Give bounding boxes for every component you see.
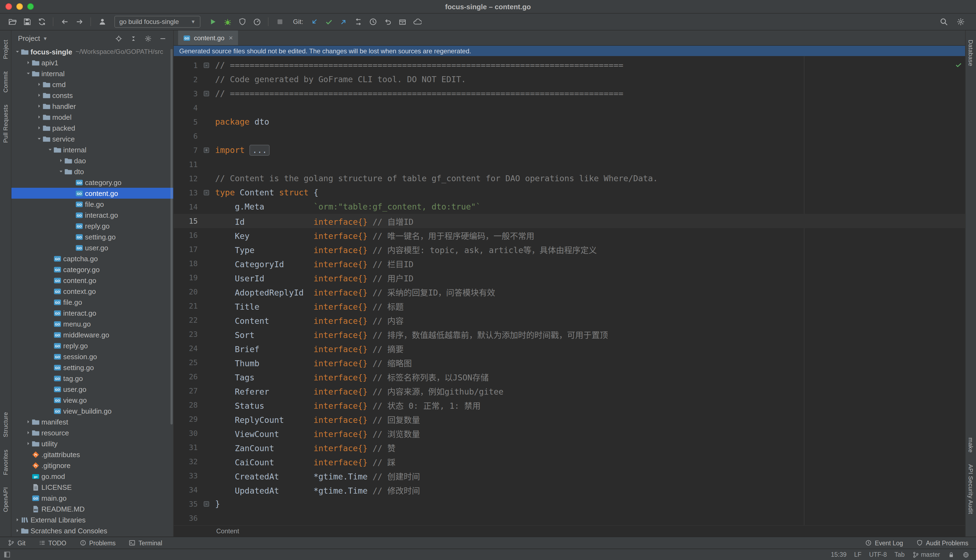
code-line-29[interactable]: 29 ReplyCount interface{} // 回复数量 — [174, 412, 965, 426]
tree-item-file-go[interactable]: GOfile.go — [12, 297, 173, 307]
tree-item-model[interactable]: model — [12, 112, 173, 122]
tool-window-button-openapi[interactable]: OpenAPI — [2, 481, 9, 518]
commit-icon[interactable] — [322, 15, 336, 28]
breadcrumb-item-content[interactable]: Content — [216, 527, 239, 535]
code-line-2[interactable]: 2// Code generated by GoFrame CLI tool. … — [174, 72, 965, 87]
tool-window-button-make[interactable]: make — [968, 431, 974, 458]
tree-item-user-go[interactable]: GOuser.go — [12, 242, 173, 253]
tree-item-focus-single[interactable]: focus-single~/Workspace/Go/GOPATH/src — [12, 46, 173, 57]
back-icon[interactable] — [58, 15, 71, 28]
tree-item-apiv1[interactable]: apiv1 — [12, 57, 173, 68]
globe-icon[interactable] — [963, 551, 969, 558]
code-editor[interactable]: 1-// ===================================… — [174, 56, 965, 525]
shelve-icon[interactable] — [396, 15, 409, 28]
tree-item-view-buildin-go[interactable]: GOview_buildin.go — [12, 405, 173, 416]
tree-item-scratches-and-consoles[interactable]: Scratches and Consoles — [12, 525, 173, 536]
tree-item-reply-go[interactable]: GOreply.go — [12, 340, 173, 351]
forward-icon[interactable] — [72, 15, 86, 28]
code-line-18[interactable]: 18 CategoryId interface{} // 栏目ID — [174, 256, 965, 270]
code-line-32[interactable]: 32 CaiCount interface{} // 踩 — [174, 454, 965, 468]
tree-item-file-go[interactable]: GOfile.go — [12, 198, 173, 210]
project-scrollbar[interactable] — [170, 49, 173, 425]
tool-window-button-commit[interactable]: Commit — [2, 65, 9, 98]
tree-item-utility[interactable]: utility — [12, 438, 173, 449]
collapse-all-icon[interactable] — [129, 33, 138, 43]
tree-item-gitattributes[interactable]: .gitattributes — [12, 449, 173, 460]
toolwindow-switcher-icon[interactable] — [3, 551, 11, 558]
search-icon[interactable] — [937, 15, 950, 28]
debug-icon[interactable] — [221, 15, 234, 28]
tree-item-setting-go[interactable]: GOsetting.go — [12, 231, 173, 242]
tree-item-dto[interactable]: dto — [12, 166, 173, 177]
code-line-1[interactable]: 1-// ===================================… — [174, 58, 965, 72]
run-icon[interactable] — [206, 15, 219, 28]
tool-window-button-favorites[interactable]: Favorites — [2, 443, 9, 481]
chevron-right-icon[interactable] — [35, 102, 42, 110]
tree-item-interact-go[interactable]: GOinteract.go — [12, 307, 173, 318]
tree-item-reply-go[interactable]: GOreply.go — [12, 220, 173, 231]
chevron-down-icon[interactable] — [57, 167, 64, 176]
tool-window-button-pull-requests[interactable]: Pull Requests — [2, 98, 9, 148]
code-line-31[interactable]: 31 ZanCount interface{} // 赞 — [174, 440, 965, 454]
minimize-window-button[interactable] — [16, 3, 23, 10]
code-line-33[interactable]: 33 CreatedAt *gtime.Time // 创建时间 — [174, 468, 965, 483]
code-line-6[interactable]: 6 — [174, 129, 965, 143]
close-window-button[interactable] — [5, 3, 12, 10]
code-line-30[interactable]: 30 ViewCount interface{} // 浏览数量 — [174, 426, 965, 440]
code-line-16[interactable]: 16 Key interface{} // 唯一键名，用于程序硬编码，一般不常用 — [174, 228, 965, 242]
save-icon[interactable] — [20, 15, 34, 28]
run-configuration-select[interactable]: go build focus-single ▼ — [114, 16, 201, 28]
fold-marker-icon[interactable]: - — [198, 190, 215, 195]
tool-window-button-terminal[interactable]: Terminal — [129, 539, 162, 547]
chevron-right-icon[interactable] — [35, 91, 42, 100]
tool-window-button-api-security-audit[interactable]: API Security Audit — [968, 458, 974, 520]
tree-item-setting-go[interactable]: GOsetting.go — [12, 362, 173, 373]
git-branch-widget[interactable]: master — [912, 551, 940, 558]
tool-window-button-audit-problems[interactable]: Audit Problems — [916, 539, 968, 547]
code-line-11[interactable]: 11 — [174, 157, 965, 172]
code-line-21[interactable]: 21 Title interface{} // 标题 — [174, 299, 965, 313]
tool-window-button-todo[interactable]: TODO — [38, 539, 66, 547]
inspection-ok-icon[interactable] — [955, 61, 963, 68]
code-line-35[interactable]: 35-} — [174, 497, 965, 511]
stop-icon[interactable] — [273, 15, 286, 28]
chevron-right-icon[interactable] — [13, 515, 21, 524]
code-line-17[interactable]: 17 Type interface{} // 内容模型: topic, ask,… — [174, 242, 965, 256]
chevron-right-icon[interactable] — [25, 428, 32, 437]
code-line-36[interactable]: 36 — [174, 511, 965, 525]
tree-item-handler[interactable]: handler — [12, 101, 173, 112]
tool-window-button-event-log[interactable]: Event Log — [865, 539, 903, 547]
tree-item-license[interactable]: LICENSE — [12, 482, 173, 493]
tree-item-captcha-go[interactable]: GOcaptcha.go — [12, 253, 173, 264]
tree-item-external-libraries[interactable]: External Libraries — [12, 514, 173, 525]
tree-item-content-go[interactable]: GOcontent.go — [12, 188, 173, 198]
tree-item-internal[interactable]: internal — [12, 68, 173, 79]
tree-item-user-go[interactable]: GOuser.go — [12, 384, 173, 395]
tab-content-go[interactable]: GO content.go × — [178, 30, 238, 45]
tree-item-content-go[interactable]: GOcontent.go — [12, 275, 173, 286]
cloud-icon[interactable] — [410, 15, 424, 28]
chevron-right-icon[interactable] — [35, 113, 42, 122]
chevron-right-icon[interactable] — [25, 58, 32, 67]
code-line-19[interactable]: 19 UserId interface{} // 用户ID — [174, 270, 965, 285]
settings-icon[interactable] — [143, 33, 153, 43]
code-line-13[interactable]: 13-type Content struct { — [174, 186, 965, 200]
tree-item-internal[interactable]: internal — [12, 144, 173, 155]
code-line-12[interactable]: 12// Content is the golang structure of … — [174, 172, 965, 186]
tree-item-dao[interactable]: dao — [12, 155, 173, 166]
code-line-15[interactable]: 15 Id interface{} // 自增ID — [174, 214, 965, 228]
code-line-27[interactable]: 27 Referer interface{} // 内容来源，例如github/… — [174, 384, 965, 398]
tree-item-category-go[interactable]: GOcategory.go — [12, 177, 173, 188]
code-line-4[interactable]: 4 — [174, 101, 965, 115]
tool-window-button-git[interactable]: Git — [8, 539, 25, 547]
fold-marker-icon[interactable]: + — [198, 147, 215, 153]
tree-item-category-go[interactable]: GOcategory.go — [12, 264, 173, 275]
chevron-right-icon[interactable] — [25, 439, 32, 448]
tree-item-context-go[interactable]: GOcontext.go — [12, 286, 173, 297]
history-icon[interactable] — [366, 15, 380, 28]
open-folder-icon[interactable] — [5, 15, 19, 28]
chevron-right-icon[interactable] — [13, 526, 21, 535]
settings-icon[interactable] — [954, 15, 967, 28]
lock-icon[interactable] — [948, 551, 955, 558]
fold-marker-icon[interactable]: - — [198, 63, 215, 68]
